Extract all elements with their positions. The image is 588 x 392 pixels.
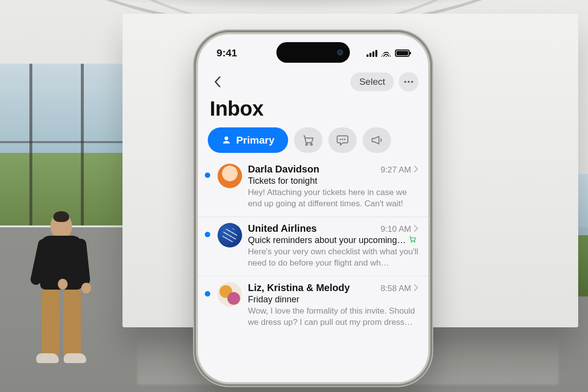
email-subject-text: Quick reminders about your upcoming… (248, 235, 406, 245)
chat-bubble-icon (336, 134, 349, 147)
email-time: 9:10 AM (381, 224, 411, 234)
tab-primary-label: Primary (236, 134, 274, 146)
status-bar: 9:41 (198, 43, 428, 63)
svg-point-1 (311, 144, 312, 145)
tab-updates[interactable] (328, 127, 357, 153)
svg-point-2 (340, 139, 341, 140)
battery-icon (395, 49, 410, 57)
tab-primary[interactable]: Primary (208, 127, 288, 153)
email-sender: Darla Davidson (248, 164, 377, 175)
wifi-icon (381, 49, 391, 57)
category-tabs: Primary (208, 127, 418, 153)
back-button[interactable] (208, 72, 227, 92)
shopping-badge-icon (409, 235, 416, 245)
status-time: 9:41 (217, 47, 237, 59)
person-icon (221, 135, 231, 145)
email-time: 8:58 AM (381, 284, 411, 294)
venue-window-left (0, 64, 122, 225)
tab-shopping[interactable] (294, 127, 322, 153)
more-button[interactable] (399, 72, 418, 92)
email-list: Darla Davidson 9:27 AM Tickets for tonig… (198, 158, 428, 335)
megaphone-icon (370, 134, 383, 147)
email-preview: Here's your very own checklist with what… (248, 246, 418, 269)
iphone-device-frame: 9:41 Select (193, 29, 433, 387)
phone-screen: 9:41 Select (198, 34, 428, 382)
chevron-left-icon (214, 76, 221, 87)
email-time: 9:27 AM (381, 165, 411, 175)
chevron-right-icon (414, 225, 418, 234)
svg-point-4 (344, 139, 345, 140)
email-subject: Tickets for tonight (248, 176, 418, 186)
svg-point-6 (414, 241, 415, 242)
email-row[interactable]: United Airlines 9:10 AM Quick reminders … (198, 217, 428, 276)
select-label: Select (359, 76, 385, 87)
avatar (218, 223, 242, 247)
email-row[interactable]: Darla Davidson 9:27 AM Tickets for tonig… (198, 158, 428, 217)
cellular-signal-icon (367, 49, 377, 57)
email-subject: Quick reminders about your upcoming… (248, 235, 418, 245)
svg-point-3 (343, 139, 343, 140)
email-preview: Wow, I love the formality of this invite… (248, 306, 418, 328)
select-button[interactable]: Select (350, 73, 394, 91)
email-preview: Hey! Attaching your tickets here in case… (248, 187, 418, 210)
page-title: Inbox (210, 97, 418, 121)
email-subject: Friday dinner (248, 294, 418, 305)
shopping-cart-icon (302, 134, 315, 147)
avatar (218, 282, 242, 307)
unread-dot-icon (205, 172, 210, 178)
svg-point-0 (306, 144, 307, 145)
avatar (218, 164, 242, 188)
stage-background: 9:41 Select (0, 0, 588, 392)
email-sender: Liz, Kristina & Melody (248, 282, 377, 294)
chevron-right-icon (414, 284, 418, 293)
ellipsis-icon (404, 81, 413, 83)
svg-point-5 (411, 241, 412, 242)
chevron-right-icon (414, 166, 418, 174)
unread-dot-icon (205, 291, 210, 296)
unread-dot-icon (205, 232, 210, 237)
nav-bar: Select (208, 70, 418, 94)
email-row[interactable]: Liz, Kristina & Melody 8:58 AM Friday di… (198, 276, 428, 335)
presenter-person (29, 213, 93, 375)
email-sender: United Airlines (248, 223, 377, 234)
tab-promotions[interactable] (363, 127, 391, 153)
